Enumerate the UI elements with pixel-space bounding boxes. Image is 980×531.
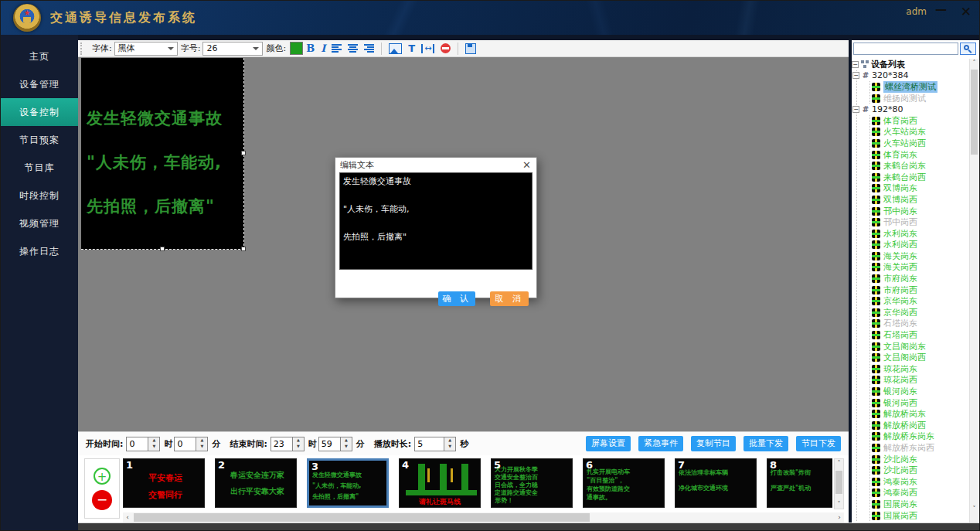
collapse-icon[interactable]: − <box>852 106 859 113</box>
cancel-button[interactable]: 取 消 <box>490 291 529 306</box>
device-item[interactable]: 海关岗西 <box>872 262 969 274</box>
device-item[interactable]: 市府岗西 <box>872 284 969 296</box>
spinner[interactable]: ▲▼ <box>292 437 304 451</box>
device-item[interactable]: 双博岗东 <box>872 183 969 195</box>
device-item[interactable]: 鸿泰岗东 <box>872 476 969 488</box>
end-hour-input[interactable] <box>271 437 292 451</box>
device-item[interactable]: 市府岗东 <box>872 273 969 284</box>
program-thumbnail-7[interactable]: 7依法治理非标车辆 净化城市交通环境 <box>675 458 757 508</box>
resize-handle[interactable] <box>160 247 165 251</box>
scroll-up-icon[interactable]: ˄ <box>970 59 978 68</box>
device-item[interactable]: 解放桥岗东 <box>872 408 969 420</box>
device-item[interactable]: 银河岗西 <box>872 397 969 409</box>
led-preview-panel[interactable]: 发生轻微交通事故 "人未伤，车能动, 先拍照，后撤离" <box>81 58 244 250</box>
device-item[interactable]: 火车站岗西 <box>872 138 969 149</box>
save-icon[interactable] <box>465 43 476 54</box>
confirm-button[interactable]: 确 认 <box>438 291 475 306</box>
scrollbar-thumb[interactable] <box>835 471 842 494</box>
action-button-批量下发[interactable]: 批量下发 <box>744 436 788 451</box>
sidebar-item-设备控制[interactable]: 设备控制 <box>1 98 78 126</box>
action-button-节目下发[interactable]: 节目下发 <box>796 436 841 451</box>
sidebar-item-视频管理[interactable]: 视频管理 <box>1 209 78 237</box>
sidebar-item-时段控制[interactable]: 时段控制 <box>1 182 78 209</box>
minimize-icon[interactable]: — <box>935 2 947 16</box>
program-vertical-scrollbar[interactable]: ˄ ˅ <box>834 458 844 509</box>
tree-scrollbar[interactable]: ˄ ˅ <box>969 59 978 523</box>
collapse-icon[interactable]: − <box>852 61 859 68</box>
start-hour-input[interactable] <box>127 437 148 451</box>
device-item[interactable]: 鸿泰岗西 <box>872 488 969 499</box>
action-button-屏幕设置[interactable]: 屏幕设置 <box>586 436 631 451</box>
device-item[interactable]: 国展岗西 <box>872 510 969 522</box>
start-hour-stepper[interactable]: ▲▼ <box>126 437 160 451</box>
device-item[interactable]: 沙北岗东 <box>872 454 969 465</box>
resize-handle[interactable] <box>241 151 246 155</box>
device-item[interactable]: 体育岗西 <box>872 115 969 127</box>
program-thumbnail-3[interactable]: 3发生轻微交通事故 "人未伤，车能动, 先拍照，后撤离" <box>307 458 389 508</box>
collapse-icon[interactable]: − <box>852 72 859 79</box>
spinner[interactable]: ▲▼ <box>340 437 352 451</box>
action-button-复制节目[interactable]: 复制节目 <box>691 436 736 451</box>
device-item[interactable]: 银河岗东 <box>872 386 969 397</box>
spinner[interactable]: ▲▼ <box>196 437 207 451</box>
insert-text-icon[interactable]: T <box>408 43 415 54</box>
device-item[interactable]: 解放桥东岗西 <box>872 442 969 454</box>
action-button-紧急事件[interactable]: 紧急事件 <box>638 436 683 451</box>
device-item[interactable]: 海关岗东 <box>872 250 969 262</box>
dialog-close-icon[interactable]: ✕ <box>522 159 531 171</box>
program-thumbnail-1[interactable]: 1平安春运 交警同行 <box>123 458 205 508</box>
sidebar-item-设备管理[interactable]: 设备管理 <box>1 70 78 98</box>
duration-stepper[interactable]: ▲▼ <box>414 437 456 451</box>
program-thumbnail-2[interactable]: 2春运安全连万家 出行平安靠大家 <box>215 458 297 508</box>
align-center-icon[interactable] <box>348 44 358 53</box>
spinner[interactable]: ▲▼ <box>148 437 159 451</box>
delete-item-icon[interactable] <box>441 43 451 53</box>
end-minute-input[interactable] <box>319 437 340 451</box>
program-thumbnail-5[interactable]: 5大力开展秋冬季 交通安全整治百 日会战，全力稳 定道路交通安全 形势！ <box>491 458 573 508</box>
sidebar-item-节目预案[interactable]: 节目预案 <box>1 126 78 154</box>
device-item[interactable]: 京华岗西 <box>872 307 969 318</box>
align-left-icon[interactable] <box>332 44 342 53</box>
dialog-textarea[interactable]: 发生轻微交通事故 "人未伤，车能动, 先拍照，后撤离" <box>339 172 533 270</box>
device-item[interactable]: 沙北岗西 <box>872 465 969 476</box>
scroll-right-icon[interactable]: › <box>835 512 844 522</box>
sidebar-item-节目库[interactable]: 节目库 <box>1 154 78 182</box>
scroll-up-icon[interactable]: ˄ <box>835 459 843 468</box>
sidebar-item-操作日志[interactable]: 操作日志 <box>1 237 78 265</box>
device-item[interactable]: 邗中岗东 <box>872 206 969 217</box>
scroll-down-icon[interactable]: ˅ <box>835 500 843 509</box>
device-item[interactable]: 来鹤台岗东 <box>872 160 969 172</box>
device-item[interactable]: 琼花岗西 <box>872 375 969 386</box>
resize-handle[interactable] <box>241 247 246 251</box>
device-item[interactable]: 火车站岗东 <box>872 127 969 138</box>
device-item[interactable]: 解放桥东岗东 <box>872 431 969 443</box>
end-minute-stepper[interactable]: ▲▼ <box>318 437 352 451</box>
device-item[interactable]: 来鹤台岗西 <box>872 172 969 183</box>
program-thumbnail-6[interactable]: 6扎实开展电动车 "百日整治"， 有效预防道路交 通事故。 <box>583 458 665 508</box>
device-item[interactable]: 京华岗东 <box>872 295 969 307</box>
device-item[interactable]: 水利岗东 <box>872 228 969 240</box>
scrollbar-thumb[interactable] <box>971 70 978 155</box>
device-item[interactable]: 邗中岗西 <box>872 216 969 228</box>
italic-button[interactable]: I <box>321 43 325 54</box>
device-item[interactable]: 石塔岗西 <box>872 329 969 341</box>
bold-button[interactable]: B <box>306 43 315 54</box>
device-item[interactable]: 文昌阁岗西 <box>872 352 969 363</box>
spinner[interactable]: ▲▼ <box>444 437 455 451</box>
tree-root[interactable]: −设备列表 <box>852 59 969 70</box>
insert-image-icon[interactable] <box>389 43 402 54</box>
device-item[interactable]: 石塔岗东 <box>872 318 969 330</box>
remove-program-button[interactable]: − <box>92 490 112 510</box>
scrollbar-thumb[interactable] <box>134 513 590 522</box>
device-item[interactable]: 维扬岗测试 <box>872 93 969 104</box>
add-program-button[interactable]: + <box>94 468 111 485</box>
tree-group-320*384[interactable]: −#320*384 <box>852 70 969 82</box>
font-size-select[interactable]: 26 <box>202 42 263 56</box>
device-item[interactable]: 水利岗西 <box>872 240 969 251</box>
text-width-icon[interactable]: ↔ <box>421 44 434 53</box>
end-hour-stepper[interactable]: ▲▼ <box>271 437 305 451</box>
color-swatch[interactable] <box>290 42 303 55</box>
search-button[interactable] <box>960 43 976 55</box>
scroll-left-icon[interactable]: ‹ <box>123 512 132 522</box>
start-minute-stepper[interactable]: ▲▼ <box>174 437 208 451</box>
